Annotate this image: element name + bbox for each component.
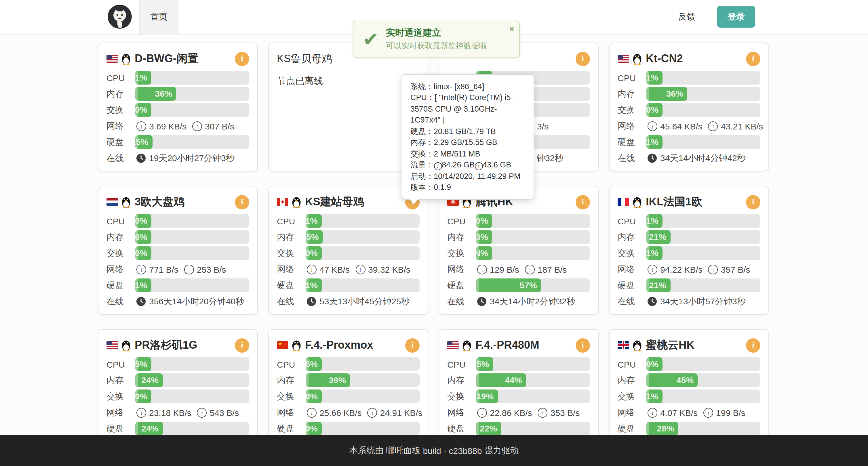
stat-row-交换: 交换 1% [618,390,761,403]
download-speed: 771 B/s [149,264,179,274]
country-flag-icon [106,341,118,349]
stat-row-network: 网络 ↓ 45.64 KB/s ↑ 43.21 KB/s [618,119,761,133]
stat-row-uptime: 在线 356天14小时20分钟40秒 [106,295,249,308]
progress-value: 11% [646,135,658,149]
download-speed: 129 B/s [490,264,519,274]
country-flag-icon [277,341,288,349]
progress-track: 28% [646,422,761,435]
linux-tux-icon [121,52,131,65]
progress-value: 1% [646,214,658,228]
stat-row-硬盘: 硬盘 15% [106,135,249,149]
offline-status: 节点已离线 [277,75,420,88]
progress-value: 0% [135,214,147,228]
info-icon[interactable]: i [235,52,249,66]
progress-track: 1% [646,71,761,85]
country-flag-icon [277,198,288,206]
info-icon[interactable]: i [235,338,249,353]
stat-row-硬盘: 硬盘 11% [618,135,761,149]
progress-track: 11% [646,135,761,149]
progress-value: 1% [135,71,147,85]
stat-row-内存: 内存 36% [106,87,249,101]
stat-row-交换: 交换 0% [277,246,420,260]
progress-fill: 0% [646,103,662,117]
info-icon[interactable]: i [576,52,590,66]
progress-track: 24% [135,422,249,435]
info-icon[interactable]: i [746,195,761,209]
stat-label: 在线 [618,153,646,164]
upload-speed: 307 B/s [205,121,234,131]
site-logo[interactable] [107,5,132,29]
download-arrow-icon: ↓ [648,264,657,274]
info-icon[interactable]: i [746,52,761,66]
country-flag-icon [106,55,118,63]
info-icon[interactable]: i [405,338,420,353]
progress-value: 15% [306,230,319,244]
download-speed: 4.07 KB/s [660,408,698,418]
stat-label: 内存 [447,232,476,242]
progress-track: 1% [306,214,420,228]
info-icon[interactable]: i [576,338,590,353]
stat-row-硬盘: 硬盘 21% [618,278,761,292]
stat-row-内存: 内存 3% [447,230,590,244]
download-arrow-icon: ↓ [434,162,442,170]
progress-fill: 19% [476,390,498,403]
success-toast: ✔ 实时通道建立 可以实时获取最新监控数据啦 × [353,21,520,58]
progress-track: 44% [476,373,590,387]
progress-fill: 1% [646,214,662,228]
stat-label: 在线 [277,296,306,307]
upload-arrow-icon: ↑ [538,408,548,418]
nav-feedback-link[interactable]: 反馈 [678,0,695,34]
upload-speed: 39.32 KB/s [368,264,410,274]
info-icon[interactable]: i [235,195,249,209]
stat-row-CPU: CPU 0% [106,214,249,228]
stat-label: 内存 [106,232,135,242]
country-flag-icon [618,55,629,63]
progress-fill: 0% [646,357,662,371]
stat-row-内存: 内存 36% [618,87,761,101]
stat-row-CPU: CPU 0% [618,357,761,371]
progress-track: 24% [135,373,249,387]
progress-fill: 22% [476,422,501,435]
progress-value: 6% [135,230,147,244]
server-name: KS建站母鸡 [305,195,405,209]
info-icon[interactable]: i [576,195,590,209]
progress-fill: 28% [646,422,678,435]
progress-track: 21% [646,278,761,292]
progress-track: 8% [306,390,420,403]
progress-fill: 21% [646,278,670,292]
stat-row-CPU: CPU 1% [277,214,420,228]
panel-link[interactable]: 哪吒面板 [386,445,421,456]
stat-row-network: 网络 ↓ 3.69 KB/s ↑ 307 B/s [106,119,249,133]
download-arrow-icon: ↓ [307,264,317,274]
stat-label: CPU [106,359,135,369]
footer: 本系统由 哪吒面板 build · c23b88b 强力驱动 [0,435,868,466]
stat-label: 硬盘 [106,137,135,147]
login-button[interactable]: 登录 [717,6,755,28]
close-icon[interactable]: × [509,25,514,33]
uptime-fragment: 钟32秒 [536,153,563,164]
linux-tux-icon [121,339,131,352]
linux-tux-icon [632,196,642,208]
progress-fill: 3% [476,230,492,244]
upload-speed: 24.91 KB/s [380,408,423,418]
stat-row-CPU: CPU 1% [618,71,761,85]
stat-label: 硬盘 [618,280,646,291]
progress-track: 0% [646,103,761,117]
progress-track: 6% [135,230,249,244]
tab-home[interactable]: 首页 [139,0,179,34]
stat-row-network: 网络 ↓ 23.18 KB/s ↑ 543 B/s [106,406,249,420]
stat-row-内存: 内存 6% [106,230,249,244]
footer-suffix: 强力驱动 [484,445,519,456]
upload-arrow-icon: ↑ [708,121,718,131]
login-label: 登录 [727,11,745,22]
progress-fill: 0% [135,214,151,228]
download-speed: 23.18 KB/s [149,408,191,418]
progress-fill: 0% [135,103,151,117]
progress-track: 0% [135,214,249,228]
server-card: IKL法国1欧 i CPU 1% 内存 21% 交换 1% 网络 ↓ 94.22… [609,186,769,315]
info-icon[interactable]: i [746,338,761,353]
progress-fill: 5% [306,357,322,371]
server-name: D-BWG-闲置 [135,51,235,66]
tooltip-arrow-icon [409,199,418,204]
progress-track: 36% [646,87,761,101]
